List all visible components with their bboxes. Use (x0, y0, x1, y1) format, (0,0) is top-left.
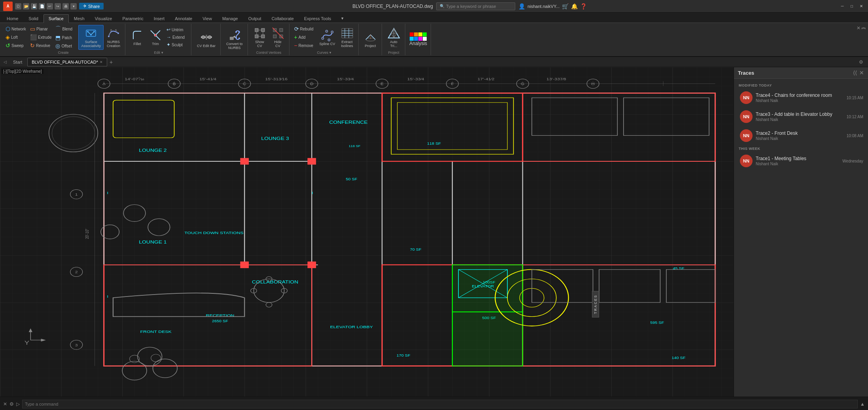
tab-home[interactable]: Home (2, 14, 23, 23)
tab-solid[interactable]: Solid (23, 14, 43, 23)
create-col-right: ▭ Planar ⬛ Extrude ↻ Revolve (28, 25, 53, 49)
bell-icon[interactable]: 🔔 (571, 3, 578, 9)
viewport[interactable]: [-][Top][2D Wireframe] 14'-07⁷⁄₁₆ (0, 67, 734, 397)
close-button[interactable]: ✕ (858, 3, 865, 10)
trace-item-1[interactable]: NN Trace1 - Meeting Tables Nishant Naik … (734, 151, 868, 170)
patch-button[interactable]: ⬒ Patch (54, 34, 78, 42)
untrim-button[interactable]: ↩ Untrim (165, 26, 189, 33)
traces-side-label[interactable]: TRACES (592, 291, 599, 317)
save-icon[interactable]: 💾 (31, 3, 37, 9)
trace-item-3[interactable]: NN Trace3 - Add table in Elevator Lobby … (734, 107, 868, 126)
sculpt-button[interactable]: ✦ Sculpt (165, 41, 189, 48)
help-icon[interactable]: ❓ (580, 3, 587, 9)
svg-rect-144 (308, 261, 316, 268)
svg-text:13'-337⁄8: 13'-337⁄8 (547, 77, 566, 81)
spline-cv-button[interactable]: Spline CV (317, 27, 338, 47)
svg-rect-142 (308, 158, 316, 165)
extend-button[interactable]: → Extend (165, 34, 189, 41)
tab-extra[interactable]: ▾ (336, 14, 349, 23)
rebuild-button[interactable]: ⟳ Rebuild (293, 25, 316, 33)
show-cv-button[interactable]: ShowCV (251, 25, 269, 49)
minimize-button[interactable]: ─ (839, 3, 846, 10)
cmdline-prompt-icon: ▷ (16, 401, 20, 407)
offset-button[interactable]: ◎ Offset (54, 42, 78, 50)
surface-associativity-button[interactable]: SurfaceAssociativity (78, 25, 104, 50)
close-drawing-tab[interactable]: ✕ (100, 60, 103, 64)
trace-item-4[interactable]: NN Trace4 - Chairs for conference room N… (734, 88, 868, 107)
tab-main-drawing[interactable]: BLVD OFFICE_PLAN-AUTOCAD* ✕ (27, 58, 107, 66)
trim-button[interactable]: Trim (147, 27, 164, 47)
new-icon[interactable]: 🗋 (15, 3, 21, 9)
extract-isolines-button[interactable]: ExtractIsolines (339, 25, 356, 49)
planar-button[interactable]: ▭ Planar (28, 25, 53, 33)
add-button[interactable]: + Add (293, 33, 316, 41)
tab-view[interactable]: View (197, 14, 217, 23)
command-input[interactable] (22, 400, 858, 408)
planar-icon: ▭ (30, 26, 35, 32)
search-box[interactable]: 🔍 Type a keyword or phrase (436, 2, 515, 10)
convert-nurbs-button[interactable]: Convert toNURBS (224, 27, 245, 51)
network-button[interactable]: ⬡ Network (4, 25, 28, 33)
svg-text:A: A (102, 82, 106, 86)
tab-mesh[interactable]: Mesh (69, 14, 90, 23)
save-as-icon[interactable]: 📄 (39, 3, 45, 9)
cmdline-settings-icon[interactable]: ⚙ (9, 401, 14, 407)
tab-insert[interactable]: Insert (149, 14, 170, 23)
trace-item-2[interactable]: NN Trace2 - Front Desk Nishant Naik 10:0… (734, 126, 868, 145)
tab-output[interactable]: Output (243, 14, 267, 23)
trace-name-1: Trace1 - Meeting Tables (756, 156, 839, 161)
svg-rect-141 (240, 158, 249, 165)
tab-parametric[interactable]: Parametric (117, 14, 148, 23)
cv-edit-bar-icon (200, 31, 213, 43)
tab-manage[interactable]: Manage (217, 14, 243, 23)
redo-icon[interactable]: ↪ (55, 3, 61, 9)
untrim-icon: ↩ (166, 27, 170, 32)
tab-start[interactable]: Start (9, 58, 26, 66)
tab-collaborate[interactable]: Collaborate (267, 14, 299, 23)
project-button[interactable]: Project (362, 29, 379, 49)
sweep-button[interactable]: ↺ Sweep (4, 42, 28, 49)
analysis-button[interactable]: Analysis (408, 32, 428, 47)
maximize-button[interactable]: □ (848, 3, 855, 10)
add-tab-button[interactable]: + (108, 59, 114, 65)
loft-button[interactable]: ◈ Loft (4, 33, 28, 41)
hide-cv-label: HideCV (274, 40, 282, 48)
cart-icon[interactable]: 🛒 (562, 3, 569, 9)
svg-text:LOUNGE 3: LOUNGE 3 (261, 136, 289, 141)
search-placeholder: Type a keyword or phrase (446, 4, 496, 9)
search-icon: 🔍 (440, 4, 444, 8)
cv-edit-bar-button[interactable]: CV Edit Bar (195, 29, 218, 49)
nurbs-creation-button[interactable]: NURBSCreation (104, 25, 123, 49)
svg-line-6 (109, 30, 111, 36)
tab-scroll-left[interactable]: ◁ (2, 60, 8, 64)
tab-visualize[interactable]: Visualize (90, 14, 117, 23)
fillet-button[interactable]: Fillet (129, 27, 146, 47)
traces-close-button[interactable]: ✕ (859, 70, 864, 76)
tab-settings-button[interactable]: ⚙ (857, 59, 866, 65)
cmdline-scroll[interactable]: ▲ (860, 401, 865, 407)
blend-button[interactable]: ⌒ Blend (54, 25, 78, 33)
ribbon-collapse-button[interactable]: ⟪ (860, 26, 867, 30)
extract-isolines-icon (341, 27, 354, 40)
plot-icon[interactable]: 🖶 (62, 3, 69, 9)
cmdline-close[interactable]: ✕ (3, 401, 7, 407)
extrude-label: Extrude (38, 35, 51, 40)
open-icon[interactable]: 📂 (23, 3, 29, 9)
trace-info-4: Trace4 - Chairs for conference room Nish… (756, 93, 843, 103)
extrude-button[interactable]: ⬛ Extrude (28, 33, 53, 41)
hide-cv-button[interactable]: HideCV (269, 25, 287, 49)
svg-point-2 (90, 34, 92, 36)
remove-button[interactable]: − Remove (293, 42, 316, 49)
tab-express-tools[interactable]: Express Tools (299, 14, 336, 23)
tab-surface[interactable]: Surface (43, 14, 69, 23)
traces-pin-button[interactable]: ⟨⟨ (853, 70, 857, 76)
dropdown-icon[interactable]: ▾ (70, 3, 77, 9)
revolve-button[interactable]: ↻ Revolve (28, 42, 53, 49)
svg-rect-26 (261, 35, 265, 38)
autotri-button[interactable]: AutoTri... (385, 25, 403, 49)
undo-icon[interactable]: ↩ (47, 3, 53, 9)
svg-text:50 SF: 50 SF (346, 177, 357, 181)
extend-label: Extend (172, 35, 185, 40)
share-button[interactable]: ✈ Share (79, 3, 104, 9)
tab-annotate[interactable]: Annotate (170, 14, 197, 23)
